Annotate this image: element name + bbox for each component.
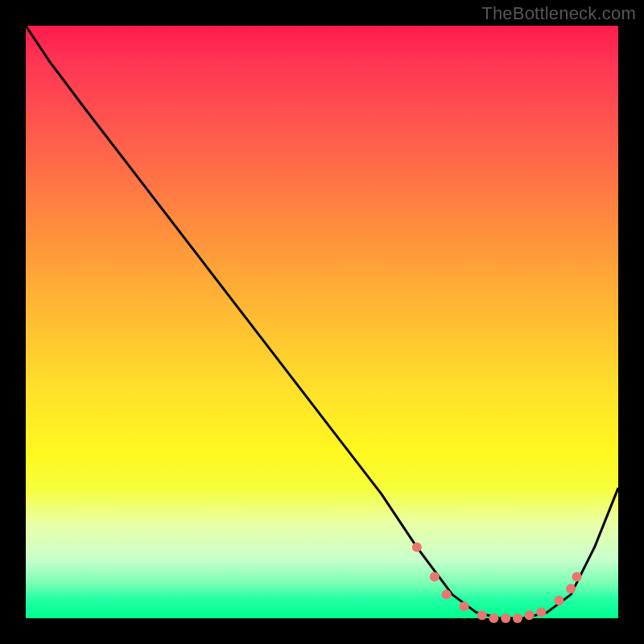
plot-area [26,26,618,618]
marker-dot [536,608,546,617]
marker-group [412,543,582,623]
marker-dot [566,584,576,593]
marker-dot [460,601,469,611]
marker-dot [554,596,564,605]
marker-dot [513,613,522,623]
marker-dot [489,613,498,623]
marker-dot [412,543,422,552]
watermark-text: TheBottleneck.com [481,3,636,24]
marker-dot [442,590,452,600]
marker-dot [477,610,487,620]
marker-dot [501,613,510,623]
marker-dot [525,610,535,620]
marker-dot [430,572,440,582]
curve-svg [26,26,618,618]
bottleneck-curve [26,26,618,618]
chart-frame: TheBottleneck.com [0,0,644,644]
marker-dot [572,572,582,582]
